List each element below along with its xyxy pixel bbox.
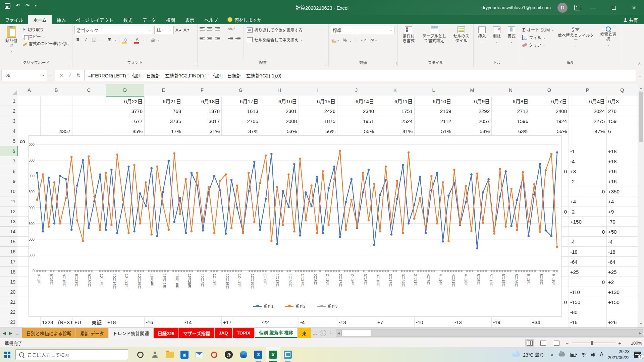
cell-D3[interactable]: 677 [106,116,144,126]
row-header-2[interactable]: 2 [0,106,18,116]
taskbar-clock[interactable]: 20:23 2021/06/22 [608,349,630,360]
column-header-Q[interactable]: Q [606,84,638,96]
alignment-dialog-launcher-icon[interactable] [324,62,327,65]
cell-F2[interactable]: 1378 [183,106,221,116]
italic-button[interactable]: I [83,36,89,43]
cell-F23[interactable]: -14 [183,317,221,327]
cell-G3[interactable]: 2705 [221,116,260,126]
row-header-5[interactable]: 5 [0,136,18,146]
cell-J1[interactable]: 6月14日 [337,96,376,106]
sheet-tab-トレンド統計関連[interactable]: トレンド統計関連 [109,328,153,338]
column-header-P[interactable]: P [569,84,607,96]
cell-P3[interactable]: 2275 [569,116,606,126]
decrease-decimal-icon[interactable]: .00→ [370,38,377,42]
cell-Q18[interactable]: +25 [606,267,638,277]
cell-D1[interactable]: 6月22日 [106,96,144,106]
tab-splitter[interactable]: ⋮ [327,328,334,338]
sheet-nav-more-icon[interactable]: … [15,331,19,336]
increase-decimal-icon[interactable]: ←.0 [360,38,366,42]
row-header-11[interactable]: 11 [0,196,18,206]
column-header-D[interactable]: D [106,84,145,97]
cell-E4[interactable]: 17% [144,126,183,136]
column-header-M[interactable]: M [453,84,492,96]
horizontal-scroll-thumb[interactable] [341,330,371,336]
cell-P20[interactable]: -110 [569,287,606,297]
cell-P19[interactable]: 0 [569,277,606,287]
cell-P1[interactable]: 6月4日 [569,96,606,106]
tab-home[interactable]: ホーム [28,15,52,24]
tab-file[interactable]: ファイル [0,15,28,24]
cell-K23[interactable]: +7 [376,317,414,327]
cell-N23[interactable]: -19 [491,317,530,327]
cell-O23[interactable]: +34 [530,317,569,327]
sort-filter-button[interactable]: AZ 並べ替えとフィルター⌄ [556,26,596,60]
row-header-1[interactable]: 1 [0,96,18,106]
cell-Q3[interactable]: 159 [606,116,638,126]
cell-Q14[interactable]: +50 [606,227,638,237]
row-header-3[interactable]: 3 [0,116,18,126]
notification-center-icon[interactable]: 1 [634,352,641,358]
decrease-font-icon[interactable]: A▼ [183,26,190,34]
cell-O2[interactable]: 2408 [530,106,569,116]
row-header-14[interactable]: 14 [0,227,18,237]
cell-H1[interactable]: 6月16日 [260,96,299,106]
cell-P14[interactable]: 0 [569,227,606,237]
weather-widget[interactable]: 23°C 曇り [512,351,546,358]
undo-icon[interactable]: ↶ [16,3,20,9]
cell-H3[interactable]: 2008 [260,116,299,126]
align-right-icon[interactable] [215,37,220,40]
select-all-corner[interactable] [0,84,18,96]
cell-L4[interactable]: 51% [414,126,453,136]
cell-M3[interactable]: 2057 [453,116,491,126]
borders-icon[interactable]: ⊞ [106,36,113,43]
accounting-format-icon[interactable]: ¤ [331,38,334,42]
cell-G4[interactable]: 37% [221,126,260,136]
row-header-12[interactable]: 12 [0,206,18,217]
paste-button[interactable]: 貼り付け ⌄ [2,26,21,60]
font-size-select[interactable]: 11⌄ [154,26,174,34]
people-icon[interactable] [148,347,162,362]
column-header-F[interactable]: F [183,84,222,96]
align-left-icon[interactable] [200,37,205,40]
cell-Q16[interactable]: -18 [606,247,638,257]
cell-M4[interactable]: 53% [453,126,491,136]
cell-L1[interactable]: 6月10日 [414,96,453,106]
row-header-22[interactable]: 22 [0,307,18,317]
underline-button[interactable]: U [91,36,97,43]
cell-L23[interactable]: -10 [414,317,453,327]
cell-D2[interactable]: 3776 [106,106,144,116]
cell-M1[interactable]: 6月9日 [453,96,491,106]
cell-P11[interactable]: +4 [569,196,606,206]
cell-P18[interactable]: +25 [569,267,606,277]
sheet-tab-個別 騰落率 推移[interactable]: 個別 騰落率 推移 [255,328,298,338]
name-box-splitter[interactable]: ⋮ [47,73,55,78]
cell-P21[interactable]: -150 [569,297,606,307]
cell-Q4[interactable]: 6 [606,126,638,136]
legend-item-系列3[interactable]: 系列3 [317,303,337,309]
cell-Q9[interactable]: +16 [606,176,638,186]
row-header-21[interactable]: 21 [0,297,18,307]
outlook-icon[interactable]: ✉ [251,347,266,362]
orientation-icon[interactable]: ab⤢ [228,27,235,31]
increase-indent-icon[interactable] [235,37,240,40]
ime-indicator[interactable]: A [600,352,603,358]
cell-G1[interactable]: 6月17日 [221,96,260,106]
browser-ring-icon[interactable] [133,347,148,362]
tab-view[interactable]: 表示 [180,15,199,24]
phonetic-guide-icon[interactable]: 亜 [149,36,156,43]
cell-M23[interactable]: -13 [453,317,491,327]
row-header-13[interactable]: 13 [0,217,18,227]
cell-styles-button[interactable]: セルのスタイル⌄ [451,26,471,60]
scroll-up-icon[interactable]: ▲ [638,85,644,91]
column-header-I[interactable]: I [299,84,337,96]
sheet-tabs-overflow-icon[interactable]: … [311,328,319,338]
volume-icon[interactable] [591,353,595,357]
clear-button[interactable]: クリア⌄ [522,42,554,48]
cell-Q20[interactable]: +130 [606,287,638,297]
align-bottom-icon[interactable] [215,27,220,31]
cell-I4[interactable]: 56% [299,126,337,136]
taskbar-search-input[interactable]: ここに入力して検索 [15,349,128,360]
cell-B4[interactable]: 4357 [40,126,72,136]
mail-icon[interactable] [192,347,207,362]
cell-Q13[interactable]: -70 [606,217,638,227]
